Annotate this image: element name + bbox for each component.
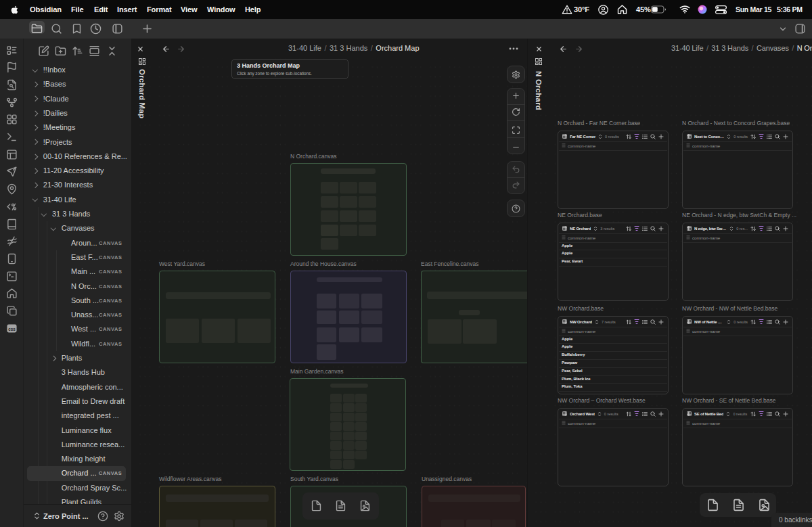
svg-text:css: css — [8, 326, 16, 331]
